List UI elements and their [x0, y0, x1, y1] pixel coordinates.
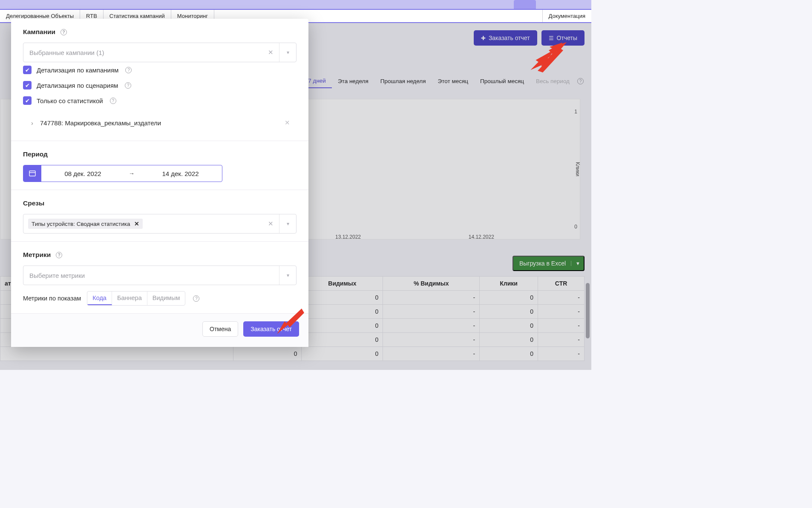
chevron-down-icon[interactable]: ▾ — [279, 266, 296, 285]
metrics-seg-label: Метрики по показам — [23, 295, 81, 302]
remove-chip-icon[interactable]: ✕ — [134, 220, 139, 227]
seg-bannera[interactable]: Баннера — [112, 292, 147, 305]
date-from: 08 дек. 2022 — [41, 165, 124, 182]
clear-icon[interactable]: ✕ — [262, 220, 279, 228]
svg-marker-5 — [286, 309, 304, 327]
help-icon[interactable]: ? — [125, 67, 132, 73]
help-icon[interactable]: ? — [56, 252, 62, 258]
nav-tab-docs[interactable]: Документация — [542, 10, 592, 22]
campaigns-select[interactable]: Выбранные кампании (1) ✕ ▾ — [23, 43, 297, 62]
svg-marker-4 — [277, 321, 288, 334]
section-period-title: Период — [23, 150, 48, 158]
annotation-arrow-icon — [273, 305, 307, 339]
chevron-right-icon: › — [31, 119, 33, 127]
chklabel-detail-scenarios: Детализация по сценариям — [37, 82, 118, 89]
help-icon[interactable]: ? — [60, 29, 67, 35]
order-report-modal: Кампании ? Выбранные кампании (1) ✕ ▾ ✔ … — [11, 19, 308, 347]
annotation-arrow-icon — [525, 41, 570, 77]
slices-select[interactable]: Типы устройств: Сводная статистика ✕ ✕ ▾ — [23, 214, 297, 234]
campaigns-select-text: Выбранные кампании (1) — [29, 49, 262, 56]
svg-marker-3 — [538, 48, 563, 72]
section-campaigns-title: Кампании — [23, 28, 55, 36]
arrow-right-icon: → — [124, 165, 139, 182]
section-slices-title: Срезы — [23, 199, 44, 207]
help-icon[interactable]: ? — [110, 98, 116, 104]
campaign-item-label: 747788: Маркировка_рекламы_издатели — [40, 119, 161, 127]
checkbox-detail-campaigns[interactable]: ✔ — [23, 66, 32, 74]
help-icon[interactable]: ? — [193, 295, 199, 302]
chevron-down-icon[interactable]: ▾ — [279, 214, 296, 233]
clear-icon[interactable]: ✕ — [262, 49, 279, 56]
cancel-label: Отмена — [210, 326, 231, 332]
topbar-pill — [514, 0, 536, 9]
chevron-down-icon[interactable]: ▾ — [279, 43, 296, 62]
chklabel-detail-campaigns: Детализация по кампаниям — [37, 66, 118, 74]
help-icon[interactable]: ? — [125, 82, 131, 89]
cancel-button[interactable]: Отмена — [202, 321, 238, 337]
chklabel-only-stats: Только со статистикой — [37, 97, 103, 104]
checkbox-only-stats[interactable]: ✔ — [23, 96, 32, 105]
metrics-segmented: Кода Баннера Видимым — [87, 291, 185, 306]
checkbox-detail-scenarios[interactable]: ✔ — [23, 81, 32, 89]
remove-campaign-icon[interactable]: ✕ — [285, 119, 290, 127]
metrics-select[interactable]: Выберите метрики ▾ — [23, 266, 297, 285]
svg-rect-0 — [29, 171, 35, 176]
calendar-icon — [23, 165, 41, 182]
metrics-placeholder: Выберите метрики — [29, 272, 279, 279]
section-metrics-title: Метрики — [23, 251, 51, 259]
date-range-input[interactable]: 08 дек. 2022 → 14 дек. 2022 — [23, 165, 222, 182]
slice-chip: Типы устройств: Сводная статистика ✕ — [28, 219, 143, 229]
campaign-item[interactable]: › 747788: Маркировка_рекламы_издатели ✕ — [23, 113, 297, 133]
date-to: 14 дек. 2022 — [139, 165, 222, 182]
slice-chip-label: Типы устройств: Сводная статистика — [32, 221, 130, 227]
seg-vidimym[interactable]: Видимым — [147, 292, 185, 305]
seg-koda[interactable]: Кода — [87, 292, 112, 305]
